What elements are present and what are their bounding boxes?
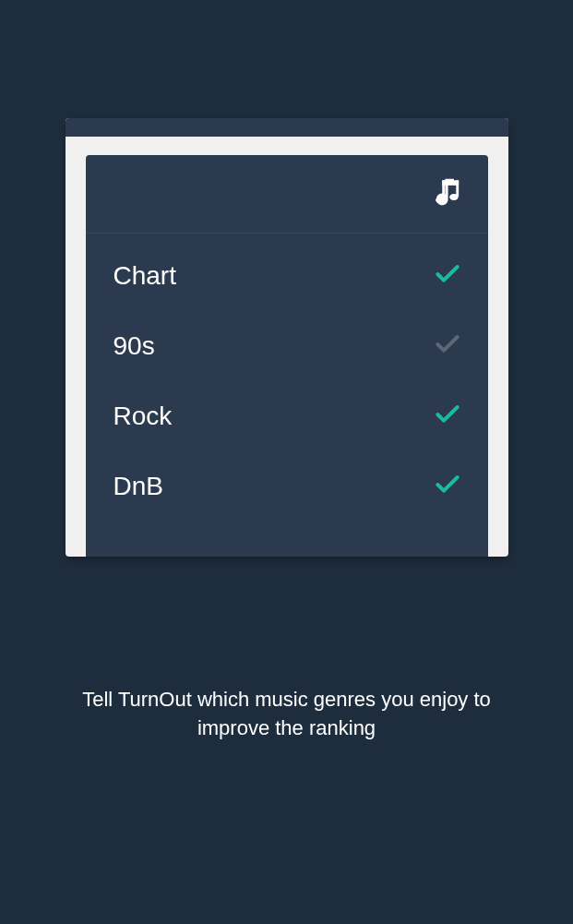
check-icon: [433, 400, 462, 433]
music-note-icon: [429, 174, 464, 213]
genre-card: Chart 90s Rock: [66, 118, 508, 557]
genre-item-dnb[interactable]: DnB: [86, 451, 488, 522]
genre-label: DnB: [113, 472, 163, 501]
check-icon: [433, 259, 462, 293]
check-icon: [433, 470, 462, 503]
genre-label: 90s: [113, 331, 155, 361]
check-icon: [433, 330, 462, 363]
genre-item-90s[interactable]: 90s: [86, 311, 488, 381]
genre-label: Rock: [113, 402, 173, 431]
svg-rect-4: [442, 180, 459, 186]
genre-item-chart[interactable]: Chart: [86, 241, 488, 311]
onboarding-caption: Tell TurnOut which music genres you enjo…: [56, 686, 518, 743]
card-header-bar: [66, 118, 508, 137]
genre-list: Chart 90s Rock: [86, 234, 488, 529]
genre-item-rock[interactable]: Rock: [86, 381, 488, 451]
card-inner: Chart 90s Rock: [86, 155, 488, 557]
card-top: [86, 155, 488, 234]
genre-label: Chart: [113, 261, 176, 291]
